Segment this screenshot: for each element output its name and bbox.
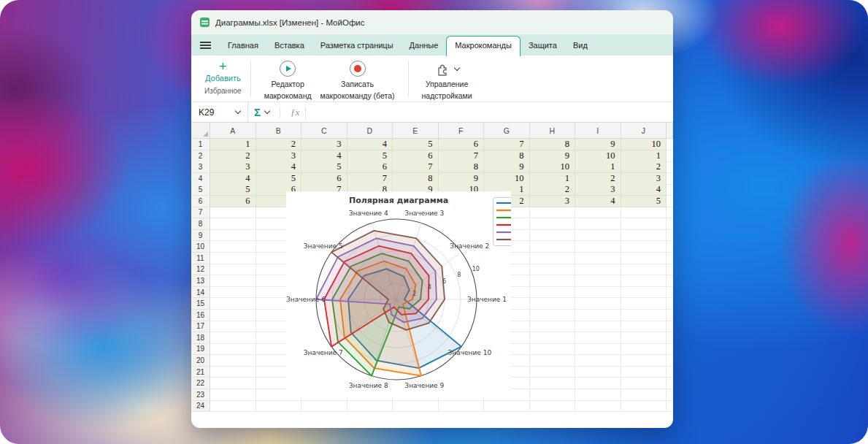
cell-D24[interactable]	[347, 401, 393, 412]
column-header-J[interactable]: J	[621, 123, 667, 138]
row-header-1[interactable]: 1	[191, 139, 210, 150]
row-header-15[interactable]: 15	[191, 298, 210, 310]
cell-G1[interactable]: 7	[484, 139, 530, 150]
cell-J12[interactable]	[621, 264, 667, 276]
hamburger-menu-icon[interactable]	[200, 42, 211, 49]
tab-4[interactable]: Данные	[402, 36, 447, 56]
cell-H20[interactable]	[530, 355, 576, 367]
cell-J21[interactable]	[621, 367, 667, 378]
cell-J19[interactable]	[621, 344, 667, 356]
cell-H13[interactable]	[530, 275, 576, 287]
column-header-G[interactable]: G	[484, 123, 530, 138]
cell-I8[interactable]	[575, 218, 621, 230]
cell-A22[interactable]	[210, 378, 256, 389]
cell-I5[interactable]: 3	[575, 184, 621, 196]
column-header-A[interactable]: A	[210, 123, 256, 138]
cell-F2[interactable]: 7	[439, 150, 485, 162]
column-header-B[interactable]: B	[256, 123, 302, 138]
cell-F1[interactable]: 6	[439, 139, 485, 150]
cell-J1[interactable]: 10	[621, 139, 667, 150]
cell-C24[interactable]	[302, 401, 347, 412]
cell-A7[interactable]	[210, 207, 256, 219]
cell-A11[interactable]	[210, 253, 256, 264]
cell-H7[interactable]	[530, 207, 576, 219]
cell-J15[interactable]	[621, 298, 667, 310]
cell-B4[interactable]: 5	[256, 173, 302, 185]
cell-A18[interactable]	[210, 332, 256, 344]
row-header-17[interactable]: 17	[191, 321, 210, 333]
cell-J2[interactable]: 1	[621, 150, 667, 162]
cell-I2[interactable]: 10	[575, 150, 621, 162]
cell-D1[interactable]: 4	[347, 139, 393, 150]
cell-B24[interactable]	[256, 401, 302, 412]
cell-I15[interactable]	[575, 298, 621, 310]
cell-B2[interactable]: 3	[256, 150, 302, 162]
cell-H11[interactable]	[530, 253, 576, 264]
cell-J17[interactable]	[621, 321, 667, 333]
record-macro-button[interactable]: Записать макрокоманду (бета)	[316, 58, 399, 102]
cell-H2[interactable]: 9	[530, 150, 576, 162]
cell-J18[interactable]	[621, 332, 667, 344]
cell-H23[interactable]	[530, 389, 576, 401]
cell-A20[interactable]	[210, 355, 256, 367]
cell-I7[interactable]	[575, 207, 621, 219]
row-header-22[interactable]: 22	[191, 378, 210, 389]
cell-C4[interactable]: 6	[302, 173, 347, 185]
row-header-3[interactable]: 3	[191, 161, 210, 173]
cell-H14[interactable]	[530, 287, 576, 299]
add-button[interactable]: Добавить	[205, 74, 241, 83]
cell-A6[interactable]: 6	[210, 196, 256, 207]
cell-I20[interactable]	[575, 355, 621, 367]
row-header-10[interactable]: 10	[191, 241, 210, 253]
cell-A24[interactable]	[210, 401, 256, 412]
row-header-13[interactable]: 13	[191, 275, 210, 287]
cell-I3[interactable]: 1	[575, 161, 621, 173]
cell-J23[interactable]	[621, 389, 667, 401]
row-header-24[interactable]: 24	[191, 401, 210, 412]
cell-B1[interactable]: 2	[256, 139, 302, 150]
row-header-18[interactable]: 18	[191, 332, 210, 344]
cell-J3[interactable]: 2	[621, 161, 667, 173]
row-header-11[interactable]: 11	[191, 253, 210, 264]
row-header-20[interactable]: 20	[191, 355, 210, 367]
cell-I19[interactable]	[575, 344, 621, 356]
cell-J4[interactable]: 3	[621, 173, 667, 185]
cell-J8[interactable]	[621, 218, 667, 230]
cell-J10[interactable]	[621, 241, 667, 253]
cell-A10[interactable]	[210, 241, 256, 253]
cell-C3[interactable]: 5	[302, 161, 347, 173]
cell-I4[interactable]: 2	[575, 173, 621, 185]
cell-A23[interactable]	[210, 389, 256, 401]
cell-J11[interactable]	[621, 253, 667, 264]
cell-H9[interactable]	[530, 230, 576, 242]
row-header-19[interactable]: 19	[191, 344, 210, 356]
cell-A4[interactable]: 4	[210, 173, 256, 185]
tab-3[interactable]: Разметка страницы	[312, 36, 402, 56]
cell-H21[interactable]	[530, 367, 576, 378]
cell-H22[interactable]	[530, 378, 576, 389]
cell-A12[interactable]	[210, 264, 256, 276]
cell-H17[interactable]	[530, 321, 576, 333]
row-header-23[interactable]: 23	[191, 389, 210, 401]
cell-D4[interactable]: 7	[347, 173, 393, 185]
cell-D2[interactable]: 5	[347, 150, 393, 162]
cell-A19[interactable]	[210, 344, 256, 356]
cell-I14[interactable]	[575, 287, 621, 299]
cell-I6[interactable]: 4	[575, 196, 621, 207]
cell-I17[interactable]	[575, 321, 621, 333]
macro-editor-button[interactable]: Редактор макрокоманд	[260, 58, 316, 102]
plus-icon[interactable]: +	[219, 60, 227, 73]
cell-C2[interactable]: 4	[302, 150, 347, 162]
cell-J16[interactable]	[621, 310, 667, 321]
cell-F3[interactable]: 8	[439, 161, 485, 173]
cell-B3[interactable]: 4	[256, 161, 302, 173]
cell-H6[interactable]: 3	[530, 196, 576, 207]
cell-G3[interactable]: 9	[484, 161, 530, 173]
cell-A16[interactable]	[210, 310, 256, 321]
cell-H15[interactable]	[530, 298, 576, 310]
cell-A3[interactable]: 3	[210, 161, 256, 173]
row-header-16[interactable]: 16	[191, 310, 210, 321]
cell-I11[interactable]	[575, 253, 621, 264]
cell-H5[interactable]: 2	[530, 184, 576, 196]
cell-D3[interactable]: 6	[347, 161, 393, 173]
